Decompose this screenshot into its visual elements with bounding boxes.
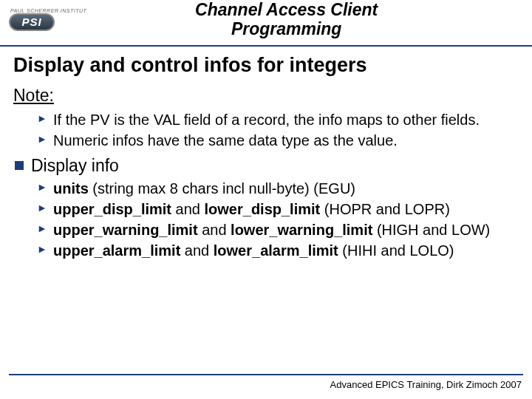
title-line1: Channel Access Client	[195, 0, 378, 19]
list-item: Numeric infos have the same data type as…	[37, 131, 519, 150]
logo-institute: PAUL SCHERRER INSTITUT	[10, 8, 86, 13]
desc: (HIHI and LOLO)	[338, 242, 454, 259]
logo-badge: PSI	[9, 13, 55, 31]
mid: and	[198, 222, 231, 238]
title-line2: Programming	[231, 19, 342, 38]
list-item: If the PV is the VAL field of a record, …	[37, 110, 519, 129]
term2: lower_disp_limit	[205, 201, 321, 217]
term: upper_warning_limit	[53, 222, 198, 238]
term2: lower_warning_limit	[231, 222, 372, 238]
list-item: upper_alarm_limit and lower_alarm_limit …	[37, 241, 519, 260]
term: upper_disp_limit	[53, 201, 171, 217]
logo: PAUL SCHERRER INSTITUT PSI	[9, 8, 86, 31]
desc: (HIGH and LOW)	[372, 222, 490, 238]
desc: (string max 8 chars incl null-byte) (EGU…	[89, 180, 355, 197]
slide-content: Display and control infos for integers N…	[0, 47, 532, 260]
note-label: Note:	[13, 86, 519, 106]
term: units	[53, 180, 89, 197]
list-item: units (string max 8 chars incl null-byte…	[37, 179, 519, 198]
display-bullets: units (string max 8 chars incl null-byte…	[13, 179, 519, 260]
footer-text: Advanced EPICS Training, Dirk Zimoch 200…	[330, 379, 522, 390]
term: upper_alarm_limit	[53, 242, 180, 259]
page-title: Display and control infos for integers	[13, 54, 519, 77]
term2: lower_alarm_limit	[214, 242, 338, 259]
footer-divider	[9, 374, 523, 375]
desc: (HOPR and LOPR)	[320, 201, 450, 217]
list-item: upper_warning_limit and lower_warning_li…	[37, 220, 519, 239]
list-item: upper_disp_limit and lower_disp_limit (H…	[37, 200, 519, 219]
mid: and	[180, 242, 213, 259]
presentation-title: Channel Access Client Programming	[86, 0, 523, 39]
section-head: Display info	[13, 156, 519, 176]
note-bullets: If the PV is the VAL field of a record, …	[13, 110, 519, 150]
slide-header: PAUL SCHERRER INSTITUT PSI Channel Acces…	[0, 0, 532, 47]
mid: and	[171, 201, 204, 217]
